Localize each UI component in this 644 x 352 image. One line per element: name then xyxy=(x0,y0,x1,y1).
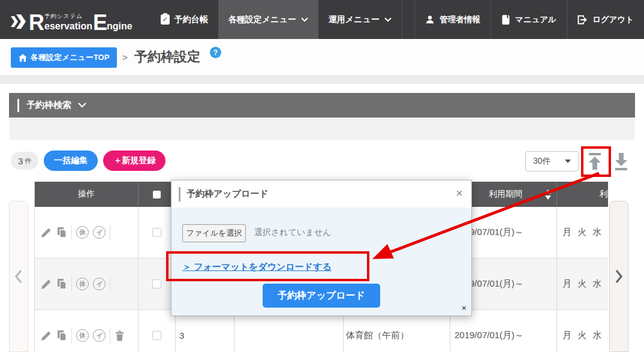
cell-usage-days: 月 火 水 木 金 xyxy=(557,258,608,309)
page-size-value: 30件 xyxy=(533,156,551,167)
upload-modal-title: 予約枠アップロード xyxy=(186,188,269,200)
bulk-edit-button[interactable]: 一括編集 xyxy=(44,151,98,171)
next-page-button[interactable] xyxy=(609,201,628,352)
book-icon xyxy=(501,14,510,25)
top-nav: R 予約システム eservation E ngine ✓ 予約台帳 各種設定メ… xyxy=(0,0,644,39)
edit-icon[interactable] xyxy=(41,278,52,290)
app-logo[interactable]: R 予約システム eservation E ngine xyxy=(0,0,142,39)
nav-item-label: 予約台帳 xyxy=(174,14,208,25)
file-select-status: 選択されていません xyxy=(254,227,331,238)
home-icon xyxy=(19,54,27,62)
table-row: 休 イ 3 体育館（午前） 2019/07/01(月)～ 月 火 水 木 金 xyxy=(35,310,608,352)
event-icon[interactable]: イ xyxy=(93,226,106,239)
cell-hidden xyxy=(234,310,344,352)
row-checkbox[interactable] xyxy=(152,279,161,288)
prev-page-button[interactable] xyxy=(9,201,28,352)
chevron-left-icon xyxy=(14,269,23,284)
row-checkbox[interactable] xyxy=(152,331,161,340)
search-panel-header[interactable]: 予約枠検索 xyxy=(9,93,635,118)
edit-icon[interactable] xyxy=(41,330,52,341)
help-icon[interactable]: ? xyxy=(210,47,221,58)
holiday-icon[interactable]: 休 xyxy=(76,278,89,290)
icon-divider xyxy=(110,328,110,344)
new-registration-button[interactable]: ＋新規登録 xyxy=(103,151,165,171)
sort-desc-icon[interactable] xyxy=(545,195,551,200)
icon-divider xyxy=(71,328,72,344)
result-count-value: 3 xyxy=(18,156,23,166)
breadcrumb-home-label: 各種設定メニューTOP xyxy=(31,52,109,63)
clipboard-check-icon: ✓ xyxy=(161,14,170,25)
chevron-down-icon xyxy=(301,17,308,22)
copy-icon[interactable] xyxy=(56,330,67,341)
accent-bar xyxy=(17,99,19,112)
download-icon-button[interactable] xyxy=(612,151,631,172)
icon-divider xyxy=(71,276,72,292)
toolbar: 3 件 一括編集 ＋新規登録 xyxy=(11,151,165,171)
page-title: 予約枠設定 xyxy=(134,48,200,66)
col-header-operation: 操作 xyxy=(35,182,139,207)
select-all-checkbox[interactable] xyxy=(153,191,161,198)
chevron-down-icon xyxy=(78,103,86,108)
page-size-select[interactable]: 30件 xyxy=(525,151,579,172)
sort-asc-icon[interactable] xyxy=(545,189,551,194)
logo-reservation-label: eservation xyxy=(44,22,92,31)
upload-icon xyxy=(586,151,604,172)
cell-usage-days: 月 火 水 木 金 xyxy=(557,207,608,258)
col-header-select xyxy=(139,182,176,207)
nav-item-label: 管理者情報 xyxy=(440,14,480,25)
breadcrumb-separator: > xyxy=(122,52,128,62)
nav-settings-menu[interactable]: 各種設定メニュー xyxy=(218,0,318,39)
nav-item-label: 運用メニュー xyxy=(329,14,380,25)
event-icon[interactable]: イ xyxy=(93,278,106,290)
row-checkbox[interactable] xyxy=(152,228,161,237)
logo-letter-r: R xyxy=(29,14,44,31)
accent-bar xyxy=(179,187,180,201)
nav-item-label: マニュアル xyxy=(515,14,556,25)
upload-modal-header: 予約枠アップロード × xyxy=(171,180,471,207)
logo-letter-e: E xyxy=(93,14,107,31)
icon-divider xyxy=(71,225,72,240)
file-select-button[interactable]: ファイルを選択 xyxy=(182,224,246,242)
format-download-link[interactable]: ＞ フォーマットをダウンロードする xyxy=(182,261,332,273)
upload-icon-button[interactable] xyxy=(586,151,605,172)
copy-icon[interactable] xyxy=(56,227,67,238)
modal-corner-mark: × xyxy=(462,303,467,312)
nav-operation-menu[interactable]: 運用メニュー xyxy=(318,0,402,39)
close-icon[interactable]: × xyxy=(456,186,463,200)
nav-logout[interactable]: ログアウト xyxy=(567,0,644,39)
result-count-unit: 件 xyxy=(25,157,31,166)
holiday-icon[interactable]: 休 xyxy=(76,329,89,342)
nav-manual[interactable]: マニュアル xyxy=(490,0,567,39)
chevron-right-icon xyxy=(615,269,623,284)
page: R 予約システム eservation E ngine ✓ 予約台帳 各種設定メ… xyxy=(0,0,644,352)
nav-item-label: ログアウト xyxy=(592,14,634,25)
event-icon[interactable]: イ xyxy=(93,329,106,342)
caret-down-icon xyxy=(565,160,571,163)
cell-usage-days: 月 火 水 木 金 xyxy=(557,310,608,352)
divider-band xyxy=(0,75,644,84)
edit-icon[interactable] xyxy=(41,227,52,238)
holiday-icon[interactable]: 休 xyxy=(76,226,89,239)
logout-icon xyxy=(577,15,588,25)
upload-modal: 予約枠アップロード × ファイルを選択 選択されていません ＞ フォーマットをダ… xyxy=(171,180,472,316)
person-icon xyxy=(425,15,435,25)
sort-control[interactable] xyxy=(545,182,551,207)
search-panel-body xyxy=(9,118,635,140)
copy-icon[interactable] xyxy=(56,278,67,290)
main-menu: ✓ 予約台帳 各種設定メニュー 運用メニュー xyxy=(151,0,402,39)
breadcrumb-home-button[interactable]: 各種設定メニューTOP xyxy=(11,47,117,68)
nav-admin-info[interactable]: 管理者情報 xyxy=(414,0,490,39)
chevron-down-icon xyxy=(384,17,392,22)
col-header-usage-days: 利用曜日 xyxy=(557,182,608,207)
cell-id: 3 xyxy=(176,310,234,352)
logo-system-label: 予約システム xyxy=(44,13,92,20)
upload-modal-body: ファイルを選択 選択されていません ＞ フォーマットをダウンロードする 予約枠ア… xyxy=(171,207,471,315)
upload-submit-button[interactable]: 予約枠アップロード xyxy=(263,284,380,308)
search-panel-title: 予約枠検索 xyxy=(26,100,71,111)
nav-reservation-ledger[interactable]: ✓ 予約台帳 xyxy=(151,0,218,39)
delete-icon[interactable] xyxy=(115,330,125,341)
nav-right-menu: 管理者情報 マニュアル ログアウト xyxy=(414,0,644,39)
nav-item-label: 各種設定メニュー xyxy=(228,14,296,25)
search-panel: 予約枠検索 xyxy=(9,93,635,140)
logo-mark-icon xyxy=(11,12,26,31)
